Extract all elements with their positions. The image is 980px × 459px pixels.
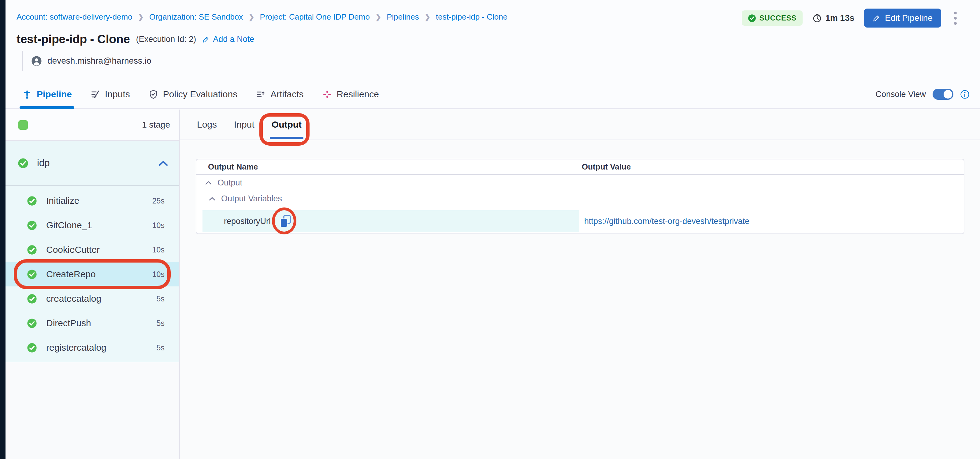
body-split: 1 stage idp Initialize 25s GitClone_1 10… bbox=[5, 110, 980, 459]
execution-duration: 1m 13s bbox=[812, 13, 854, 23]
output-variable-name: repositoryUrl bbox=[224, 217, 271, 226]
step-duration: 10s bbox=[152, 270, 165, 279]
breadcrumb-pipelines[interactable]: Pipelines bbox=[387, 12, 419, 22]
step-detail-panel: Logs Input Output Output Name Output Val… bbox=[180, 110, 980, 459]
tab-pipeline-label: Pipeline bbox=[37, 89, 72, 99]
status-label: SUCCESS bbox=[759, 14, 797, 22]
more-options-button[interactable] bbox=[951, 10, 960, 27]
edit-pipeline-button[interactable]: Edit Pipeline bbox=[864, 9, 941, 27]
execution-page: Account: software-delivery-demo ❯ Organi… bbox=[0, 0, 980, 459]
step-name: DirectPush bbox=[46, 318, 91, 328]
step-duration: 5s bbox=[157, 294, 165, 303]
output-variable-value-link[interactable]: https://github.com/test-org-devesh/testp… bbox=[584, 217, 749, 226]
pencil-icon bbox=[873, 14, 881, 22]
breadcrumb-execution[interactable]: test-pipe-idp - Clone bbox=[436, 12, 508, 22]
check-circle-icon bbox=[27, 245, 37, 255]
step-name: CookieCutter bbox=[46, 244, 100, 255]
tab-artifacts-label: Artifacts bbox=[270, 89, 304, 99]
check-circle-icon bbox=[27, 220, 37, 230]
tab-output-label: Output bbox=[272, 120, 302, 130]
step-row-initialize[interactable]: Initialize 25s bbox=[5, 188, 179, 213]
chevron-up-icon[interactable] bbox=[158, 160, 168, 166]
output-variables-group-label: Output Variables bbox=[221, 194, 282, 204]
triggered-by-row: devesh.mishra@harness.io bbox=[16, 51, 151, 71]
tab-input[interactable]: Input bbox=[233, 110, 256, 140]
tab-artifacts[interactable]: Artifacts bbox=[256, 80, 304, 108]
console-view-toggle[interactable] bbox=[932, 89, 953, 100]
output-variables-group-toggle[interactable]: Output Variables bbox=[196, 191, 964, 207]
tab-policy-evaluations-label: Policy Evaluations bbox=[163, 89, 237, 99]
chevron-up-icon bbox=[205, 180, 212, 185]
tab-resilience-label: Resilience bbox=[337, 89, 379, 99]
console-view-label: Console View bbox=[875, 90, 926, 99]
output-table-header: Output Name Output Value bbox=[196, 159, 964, 175]
step-duration: 10s bbox=[152, 221, 165, 230]
step-duration: 5s bbox=[157, 319, 165, 328]
tab-pipeline[interactable]: Pipeline bbox=[22, 80, 72, 108]
breadcrumb-separator-icon: ❯ bbox=[248, 13, 254, 21]
step-row-createcatalog[interactable]: createcatalog 5s bbox=[5, 287, 179, 311]
tab-policy-evaluations[interactable]: Policy Evaluations bbox=[148, 80, 237, 108]
stage-sidebar: 1 stage idp Initialize 25s GitClone_1 10… bbox=[5, 110, 180, 459]
step-name: CreateRepo bbox=[46, 269, 96, 279]
stage-count: 1 stage bbox=[142, 120, 170, 130]
tab-logs[interactable]: Logs bbox=[196, 110, 218, 140]
output-variable-row: repositoryUrl https://github.com/test-or… bbox=[196, 210, 964, 232]
breadcrumb-separator-icon: ❯ bbox=[425, 13, 430, 21]
output-table-card: Output Name Output Value Output Output V… bbox=[196, 159, 964, 234]
shield-check-icon bbox=[148, 89, 158, 99]
step-name: registercatalog bbox=[46, 343, 107, 353]
clock-icon bbox=[812, 13, 822, 23]
stage-group-label: idp bbox=[37, 158, 49, 169]
user-avatar-icon bbox=[31, 56, 42, 66]
execution-id: (Execution Id: 2) bbox=[136, 35, 196, 44]
timeline-connector bbox=[22, 51, 22, 71]
breadcrumb-project[interactable]: Project: Capital One IDP Demo bbox=[260, 12, 370, 22]
breadcrumb: Account: software-delivery-demo ❯ Organi… bbox=[16, 12, 508, 22]
step-row-gitclone[interactable]: GitClone_1 10s bbox=[5, 213, 179, 237]
tab-inputs[interactable]: Inputs bbox=[90, 80, 130, 108]
output-group-toggle[interactable]: Output bbox=[196, 175, 964, 191]
title-row: test-pipe-idp - Clone (Execution Id: 2) … bbox=[16, 32, 254, 46]
add-note-label: Add a Note bbox=[213, 35, 254, 44]
check-circle-icon bbox=[18, 158, 29, 169]
column-output-name: Output Name bbox=[196, 162, 582, 172]
step-row-registercatalog[interactable]: registercatalog 5s bbox=[5, 335, 179, 360]
left-nav-rail[interactable] bbox=[0, 0, 5, 459]
stage-summary-row: 1 stage bbox=[5, 110, 179, 141]
check-circle-icon bbox=[27, 196, 37, 206]
chevron-up-icon bbox=[208, 196, 216, 201]
resilience-chaos-icon bbox=[322, 89, 332, 99]
breadcrumb-account[interactable]: Account: software-delivery-demo bbox=[16, 12, 132, 22]
breadcrumb-separator-icon: ❯ bbox=[375, 13, 381, 21]
step-list: Initialize 25s GitClone_1 10s CookieCutt… bbox=[5, 186, 179, 362]
column-output-value: Output Value bbox=[582, 162, 964, 172]
tab-inputs-label: Inputs bbox=[105, 89, 130, 99]
step-duration: 10s bbox=[152, 245, 165, 254]
artifacts-list-icon bbox=[256, 89, 266, 99]
step-row-createrepo[interactable]: CreateRepo 10s bbox=[5, 262, 179, 287]
breadcrumb-organization[interactable]: Organization: SE Sandbox bbox=[149, 12, 243, 22]
step-row-directpush[interactable]: DirectPush 5s bbox=[5, 311, 179, 335]
copy-icon bbox=[278, 214, 292, 229]
step-name: createcatalog bbox=[46, 293, 101, 304]
pencil-icon bbox=[202, 35, 210, 43]
info-icon[interactable] bbox=[960, 90, 970, 99]
check-circle-icon bbox=[27, 269, 37, 279]
page-title: test-pipe-idp - Clone bbox=[16, 32, 130, 46]
console-view-controls: Console View bbox=[875, 89, 980, 100]
check-circle-icon bbox=[27, 343, 37, 353]
step-detail-tabs: Logs Input Output bbox=[180, 110, 980, 140]
add-note-link[interactable]: Add a Note bbox=[202, 35, 254, 44]
tab-output[interactable]: Output bbox=[270, 110, 303, 140]
stage-group-idp[interactable]: idp bbox=[5, 141, 179, 185]
tab-resilience[interactable]: Resilience bbox=[322, 80, 379, 108]
edit-pipeline-label: Edit Pipeline bbox=[885, 13, 932, 23]
breadcrumb-separator-icon: ❯ bbox=[138, 13, 144, 21]
header-actions: SUCCESS 1m 13s Edit Pipeline bbox=[742, 9, 960, 27]
execution-tabs: Pipeline Inputs Policy Evaluations Artif… bbox=[5, 80, 980, 109]
step-row-cookiecutter[interactable]: CookieCutter 10s bbox=[5, 237, 179, 262]
check-circle-icon bbox=[27, 318, 37, 328]
copy-button[interactable] bbox=[278, 214, 292, 229]
output-group-label: Output bbox=[218, 178, 242, 188]
